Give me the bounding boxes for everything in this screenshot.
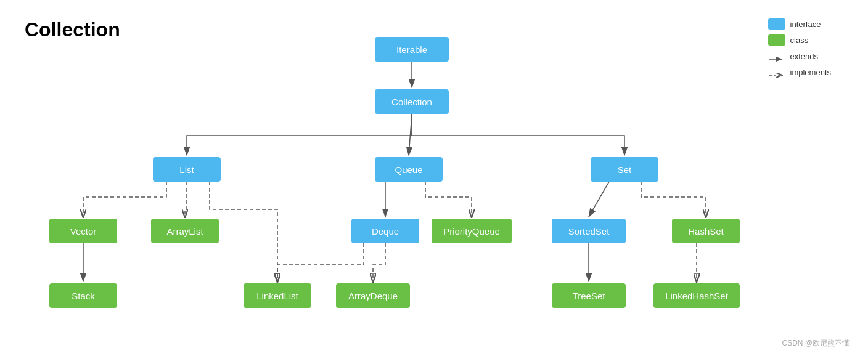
legend-class: class <box>768 34 831 46</box>
legend-interface-label: interface <box>790 20 821 29</box>
node-stack: Stack <box>49 283 117 308</box>
page-title: Collection <box>25 18 120 41</box>
legend-implements-label: implements <box>790 68 831 77</box>
node-collection: Collection <box>375 89 449 114</box>
node-arraydeque: ArrayDeque <box>336 283 410 308</box>
node-queue: Queue <box>375 157 443 182</box>
node-vector: Vector <box>49 219 117 243</box>
svg-line-6 <box>589 182 609 217</box>
node-sortedset: SortedSet <box>552 219 626 243</box>
watermark: CSDN @欧尼熊不懂 <box>782 338 850 349</box>
node-iterable: Iterable <box>375 37 449 62</box>
diagram-container: Collection <box>0 0 868 356</box>
node-hashset: HashSet <box>672 219 740 243</box>
legend-class-label: class <box>790 36 809 45</box>
node-treeset: TreeSet <box>552 283 626 308</box>
extends-arrow-icon <box>768 51 785 62</box>
legend: interface class extends implements <box>768 18 831 83</box>
implements-arrow-icon <box>768 67 785 78</box>
node-arraylist: ArrayList <box>151 219 219 243</box>
node-priorityqueue: PriorityQueue <box>432 219 512 243</box>
legend-interface-box <box>768 18 785 30</box>
node-linkedlist: LinkedList <box>244 283 311 308</box>
node-deque: Deque <box>351 219 419 243</box>
legend-class-box <box>768 34 785 46</box>
node-linkedhashset: LinkedHashSet <box>653 283 740 308</box>
legend-implements: implements <box>768 67 831 78</box>
legend-interface: interface <box>768 18 831 30</box>
legend-extends: extends <box>768 51 831 62</box>
legend-extends-label: extends <box>790 52 819 61</box>
node-set: Set <box>591 157 658 182</box>
svg-line-3 <box>409 114 412 155</box>
node-list: List <box>153 157 221 182</box>
